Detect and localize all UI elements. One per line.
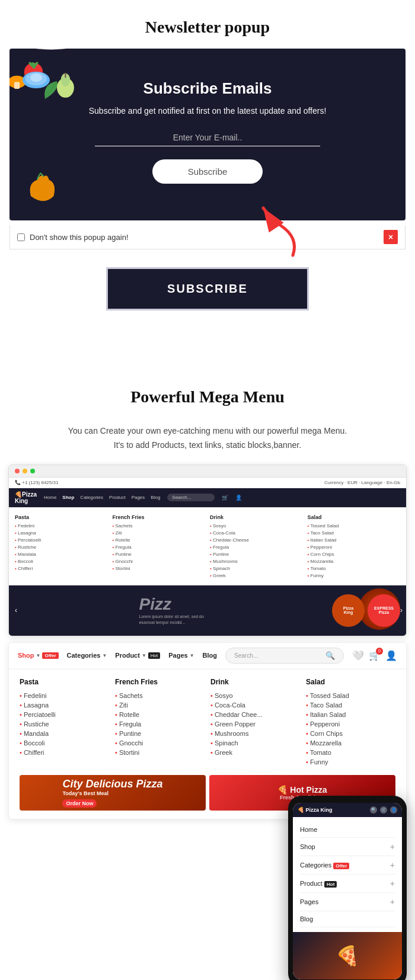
svg-point-9 (57, 78, 74, 97)
site-nav-small: 🍕PizzaKing Home Shop Categories Product … (9, 488, 406, 507)
section2: Powerful Mega Menu You can Create your o… (0, 358, 415, 980)
popup-subscribe-button[interactable]: Subscribe (152, 159, 263, 184)
section2-description: You can Create your own eye-catching men… (0, 418, 415, 465)
hero-badge1: PizzaKing (332, 594, 365, 627)
logo-small: 🍕PizzaKing (15, 491, 37, 504)
full-col-fries: French Fries Sachets Ziti Rotelle Fregul… (115, 678, 205, 767)
phone-menu-items: Home Shop + Categories Offer + Product H… (293, 817, 402, 932)
svg-point-12 (23, 72, 50, 88)
popup-footer: Don't show this popup again! × (9, 225, 406, 249)
product-nav-item[interactable]: Product ▼ Hot (115, 652, 160, 659)
svg-point-2 (28, 61, 33, 67)
phone-menu-shop[interactable]: Shop + (300, 838, 395, 856)
next-arrow-small[interactable]: › (400, 606, 403, 614)
pear-icon (54, 69, 78, 99)
email-input-row (95, 129, 320, 146)
wishlist-icon[interactable]: 🤍 (352, 650, 364, 661)
svg-point-4 (9, 76, 26, 88)
pages-label: Pages (168, 652, 187, 659)
nav-pages: Pages (132, 495, 145, 500)
phone-user-icon[interactable]: 👤 (390, 806, 397, 814)
shop-nav-item[interactable]: Shop ▼ Offer (18, 652, 59, 659)
phone-menu-product[interactable]: Product Hot + (300, 875, 395, 893)
nav-product: Product (109, 495, 126, 500)
header-icons: 🤍 🛒 0 👤 (352, 650, 397, 661)
mega-dropdown-small: Pasta Fedelini Lasagna Perciatoelli Rust… (9, 507, 406, 585)
product-chevron: ▼ (142, 653, 146, 658)
phone-search-icon[interactable]: 🔍 (370, 806, 377, 814)
svg-point-3 (33, 61, 39, 67)
phone-cart-icon[interactable]: 🛒 (380, 806, 387, 814)
no-show-checkbox[interactable] (17, 233, 25, 241)
subscribe-big-button[interactable]: SUBSCRIBE (106, 267, 309, 310)
prev-arrow-small[interactable]: ‹ (15, 606, 17, 614)
product-hot-badge: Hot (324, 881, 337, 888)
svg-rect-11 (65, 73, 66, 78)
phone-menu-categories[interactable]: Categories Offer + (300, 856, 395, 875)
phone-pizza-emoji: 🍕 (336, 944, 359, 967)
nav-blog: Blog (151, 495, 160, 500)
section1-title: Newsletter popup (0, 0, 415, 49)
categories-nav-item[interactable]: Categories ▼ (67, 652, 107, 659)
no-show-label[interactable]: Don't show this popup again! (17, 233, 129, 242)
nav-shop: Shop (62, 495, 74, 500)
product-expand-icon: + (390, 879, 395, 888)
banner-text1: City Delicious Pizza (62, 778, 162, 790)
user-icon[interactable]: 👤 (385, 650, 397, 661)
email-input[interactable] (95, 129, 320, 146)
red-arrow-icon (251, 202, 305, 261)
phone-menu-home[interactable]: Home (300, 822, 395, 838)
close-button[interactable]: × (384, 230, 398, 244)
pages-nav-item[interactable]: Pages ▼ (168, 652, 194, 659)
shop-label: Shop (18, 652, 34, 659)
blog-label[interactable]: Blog (203, 652, 217, 659)
search-small: Search... (167, 494, 215, 501)
search-bar[interactable]: Search... 🔍 (225, 648, 344, 664)
categories-chevron: ▼ (102, 653, 107, 658)
browser-dot-red (15, 469, 20, 473)
nav-home: Home (44, 495, 56, 500)
search-icon: 🔍 (325, 651, 335, 660)
browser-content-small: 📞 +1 (123) 8425/31 Currency · EUR · Lang… (9, 478, 406, 636)
mega-col-drink: Drink Sosyo Coca-Cola Cheddar-Cheese Fre… (210, 514, 303, 579)
svg-point-14 (30, 73, 42, 82)
mushroom-icon (9, 72, 27, 93)
cart-icon-wrapper[interactable]: 🛒 0 (369, 650, 381, 661)
hot-badge: Hot (148, 652, 160, 659)
popup-wrapper: Subscribe Emails Subscribe and get notif… (9, 49, 406, 249)
phone-mockup-wrapper: 🍕 Pizza King 🔍 🛒 👤 Home Shop + (0, 796, 407, 980)
subscribe-big-wrapper: SUBSCRIBE (0, 267, 415, 310)
product-label: Product (115, 652, 140, 659)
cart-small: 🛒 (222, 495, 228, 501)
pizza-slice-icon (27, 49, 75, 55)
hero-badge2: EXPRESSPizza (368, 594, 400, 627)
categories-offer-badge: Offer (333, 863, 349, 869)
hero-small: ‹ Pizz Lorem ipsum dolor sit amet, sed d… (9, 585, 406, 636)
popup-heading: Subscribe Emails (143, 79, 272, 98)
leaf-icon (39, 78, 63, 102)
browser-mockup-small: 📞 +1 (123) 8425/31 Currency · EUR · Lang… (8, 465, 407, 636)
phone-header: 🍕 Pizza King 🔍 🛒 👤 (293, 803, 402, 817)
phone-menu-blog[interactable]: Blog (300, 911, 395, 927)
popup-modal: Subscribe Emails Subscribe and get notif… (9, 49, 406, 220)
plate-icon (21, 71, 51, 89)
banner-text2: 🍕 Hot Pizza (277, 785, 327, 795)
search-placeholder: Search... (234, 652, 258, 659)
mega-col-pasta: Pasta Fedelini Lasagna Perciatoelli Rust… (15, 514, 108, 579)
hero-banners: PizzaKing EXPRESSPizza (332, 594, 400, 627)
browser-dot-green (30, 469, 35, 473)
popup-subtext: Subscribe and get notified at first on t… (89, 105, 327, 117)
pages-chevron: ▼ (190, 653, 194, 658)
mega-col-fries: French Fries Sachets Ziti Rotelle Fregul… (113, 514, 206, 579)
phone-menu-pages[interactable]: Pages + (300, 893, 395, 911)
svg-point-10 (61, 73, 71, 87)
site-info-bar: 📞 +1 (123) 8425/31 Currency · EUR · Lang… (9, 478, 406, 488)
user-small: 👤 (235, 495, 242, 501)
nav-items-small: Home Shop Categories Product Pages Blog (44, 495, 160, 500)
svg-point-0 (24, 63, 43, 82)
svg-rect-5 (14, 82, 20, 89)
hero-text: Pizz Lorem ipsum dolor sit amet, sed do … (139, 595, 210, 626)
mega-col-salad: Salad Tossed Salad Taco Salad Italian Sa… (308, 514, 401, 579)
categories-expand-icon: + (390, 860, 395, 870)
categories-label: Categories (67, 652, 101, 659)
